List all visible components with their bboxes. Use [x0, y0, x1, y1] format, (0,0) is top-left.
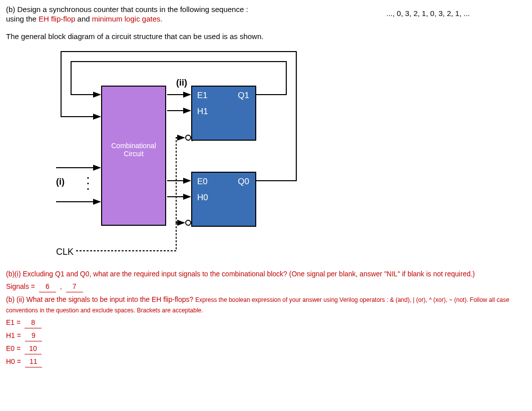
ff1-e-label: E1 [197, 91, 208, 101]
blank-11[interactable]: 11 [25, 356, 42, 367]
label-ii: (ii) [176, 78, 187, 88]
e1-label: E1 = [6, 318, 23, 326]
intro-text: The general block diagram of a circuit s… [6, 32, 526, 41]
ff0-h-label: H0 [197, 193, 208, 203]
blank-6[interactable]: 6 [39, 281, 56, 292]
part-label: (b) [6, 5, 15, 14]
using-the: using the [6, 15, 39, 23]
label-clk: CLK [56, 247, 74, 257]
svg-point-7 [186, 220, 191, 225]
ellipsis-dots: ··· [86, 174, 91, 191]
e0-label: E0 = [6, 344, 23, 352]
min-logic-text: minimum logic gates. [92, 15, 163, 23]
ff0-q-label: Q0 [238, 177, 249, 187]
eh-flipflop-text: EH flip-flop [39, 15, 75, 23]
blank-7[interactable]: 7 [66, 281, 83, 292]
blank-10[interactable]: 10 [25, 343, 42, 354]
ff1-q-label: Q1 [238, 91, 249, 101]
block-diagram: Combinational Circuit E1 H1 Q1 E0 H0 Q0 … [36, 47, 336, 257]
h0-line: H0 = 11 [6, 356, 526, 367]
flipflop-1: E1 H1 Q1 [191, 86, 256, 141]
label-i: (i) [56, 177, 65, 187]
e0-line: E0 = 10 [6, 343, 526, 354]
question-bii: (b) (ii) What are the signals to be inpu… [6, 294, 526, 315]
blank-9[interactable]: 9 [25, 330, 42, 341]
h1-line: H1 = 9 [6, 330, 526, 341]
h1-label: H1 = [6, 331, 23, 339]
signals-line: Signals = 6 , 7 [6, 281, 526, 292]
q-text-1: Design a synchronous counter that counts… [15, 5, 248, 14]
and-text: and [75, 15, 92, 23]
combinational-block: Combinational Circuit [101, 86, 166, 226]
combinational-label: Combinational Circuit [111, 142, 156, 158]
question-bi: (b)(i) Excluding Q1 and Q0, what are the… [6, 269, 526, 279]
ff0-e-label: E0 [197, 177, 208, 187]
ff1-h-label: H1 [197, 107, 208, 117]
sub-questions: (b)(i) Excluding Q1 and Q0, what are the… [6, 269, 526, 367]
bii-text-1: (b) (ii) What are the signals to be inpu… [6, 295, 195, 303]
signals-label: Signals = [6, 282, 37, 290]
e1-line: E1 = 8 [6, 317, 526, 328]
flipflop-0: E0 H0 Q0 [191, 172, 256, 227]
h0-label: H0 = [6, 357, 23, 365]
comma: , [60, 282, 62, 290]
blank-8[interactable]: 8 [25, 317, 42, 328]
count-sequence: ..., 0, 3, 2, 1, 0, 3, 2, 1, ... [386, 9, 470, 18]
svg-point-6 [186, 135, 191, 140]
